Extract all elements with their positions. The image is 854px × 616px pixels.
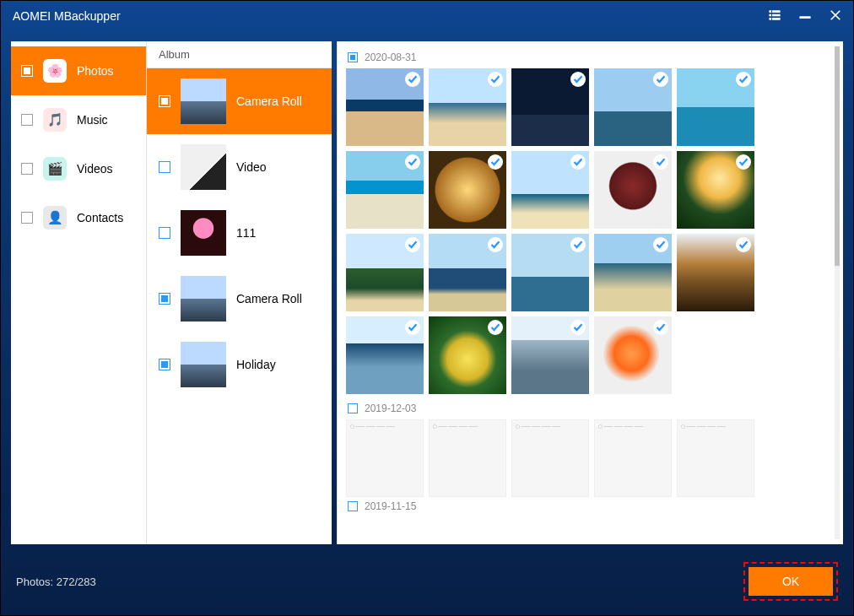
check-icon[interactable] [405,72,420,87]
check-icon[interactable] [653,72,668,87]
photo-thumbnail[interactable] [511,68,589,146]
sidebar-item-label: Photos [77,64,114,78]
photo-thumbnail[interactable] [346,68,424,146]
photo-thumbnail[interactable] [677,68,754,146]
album-item[interactable]: Holiday [147,332,332,397]
checkbox[interactable] [348,501,358,511]
sidebar-item-photos[interactable]: 🌸Photos [11,46,146,95]
album-thumbnail [181,342,226,387]
photo-thumbnail[interactable] [677,234,754,311]
photo-thumbnail[interactable] [346,234,424,311]
scrollbar[interactable] [835,46,840,539]
ok-button[interactable]: OK [749,567,833,596]
check-icon[interactable] [405,320,420,335]
album-header: Album [147,41,332,68]
check-icon[interactable] [570,72,586,87]
photo-thumbnail[interactable]: ▢ ─── ─── ─── ─── [429,419,506,497]
photo-thumbnail[interactable] [511,234,589,311]
check-icon[interactable] [570,320,586,335]
sidebar-item-label: Contacts [77,211,123,224]
photo-thumbnail[interactable]: ▢ ─── ─── ─── ─── [346,419,424,497]
sidebar-item-label: Music [77,113,108,127]
checkbox[interactable] [348,52,358,62]
photo-thumbnail[interactable] [429,151,506,229]
album-thumbnail [181,276,226,322]
selection-status: Photos: 272/283 [16,575,96,588]
album-label: Camera Roll [236,95,302,108]
album-item[interactable]: 111 [147,200,332,266]
check-icon[interactable] [570,154,586,170]
album-label: Camera Roll [236,292,302,305]
photo-thumbnail[interactable]: ▢ ─── ─── ─── ─── [511,419,589,497]
check-icon[interactable] [736,237,751,252]
titlebar[interactable]: AOMEI MBackupper [1,1,853,31]
date-group-header[interactable]: 2019-12-03 [348,403,835,414]
check-icon[interactable] [653,154,668,170]
date-label: 2019-12-03 [365,403,416,414]
photo-thumbnail[interactable] [594,316,672,394]
photo-thumbnail[interactable]: ▢ ─── ─── ─── ─── [594,419,672,497]
sidebar-item-music[interactable]: 🎵Music [11,95,146,144]
photo-thumbnail[interactable]: ▢ ─── ─── ─── ─── [677,419,754,497]
music-icon: 🎵 [43,108,67,132]
svg-rect-2 [770,14,771,16]
checkbox[interactable] [21,212,33,224]
list-view-icon[interactable] [769,9,781,24]
check-icon[interactable] [653,320,668,335]
check-icon[interactable] [405,154,420,170]
checkbox[interactable] [159,227,170,239]
ok-highlight: OK [743,562,838,601]
album-item[interactable]: Video [147,134,332,200]
photo-thumbnail[interactable] [346,316,424,394]
minimize-icon[interactable] [799,9,811,24]
photo-thumbnail[interactable] [594,151,672,229]
check-icon[interactable] [570,237,586,252]
album-label: Video [236,160,267,174]
svg-rect-4 [770,18,771,19]
check-icon[interactable] [488,237,503,252]
check-icon[interactable] [488,154,503,170]
svg-rect-0 [770,10,771,12]
photo-thumbnail[interactable] [677,151,754,229]
checkbox[interactable] [21,163,33,175]
date-group-header[interactable]: 2019-11-15 [348,500,835,512]
photo-thumbnail[interactable] [511,151,589,229]
photo-thumbnail[interactable] [594,68,672,146]
checkbox[interactable] [21,114,33,126]
photos-icon: 🌸 [43,59,67,83]
album-thumbnail [181,210,226,256]
checkbox[interactable] [159,95,170,107]
checkbox[interactable] [159,359,170,370]
sidebar-item-label: Videos [77,162,113,176]
svg-rect-6 [800,16,810,18]
scrollbar-thumb[interactable] [835,46,840,266]
checkbox[interactable] [21,65,33,77]
photo-thumbnail[interactable] [594,234,672,311]
checkbox[interactable] [159,161,170,173]
album-thumbnail [181,78,226,124]
checkbox[interactable] [348,403,358,413]
album-item[interactable]: Camera Roll [147,266,332,332]
check-icon[interactable] [736,154,751,170]
sidebar-item-videos[interactable]: 🎬Videos [11,144,146,193]
check-icon[interactable] [488,72,503,87]
photo-thumbnail[interactable] [429,68,506,146]
album-item[interactable]: Camera Roll [147,68,332,134]
check-icon[interactable] [653,237,668,252]
check-icon[interactable] [736,72,751,87]
date-group-header[interactable]: 2020-08-31 [348,51,835,63]
close-icon[interactable] [830,9,841,24]
checkbox[interactable] [159,293,170,305]
album-list: Album Camera RollVideo111Camera RollHoli… [146,41,332,544]
photo-thumbnail[interactable] [429,234,506,311]
photo-thumbnail[interactable] [346,151,424,229]
sidebar-item-contacts[interactable]: 👤Contacts [11,193,146,242]
check-icon[interactable] [488,320,503,335]
photo-thumbnail[interactable] [511,316,589,394]
photo-grid-panel[interactable]: 2020-08-312019-12-03▢ ─── ─── ─── ───▢ ─… [337,41,843,544]
check-icon[interactable] [405,237,420,252]
category-sidebar: 🌸Photos🎵Music🎬Videos👤Contacts [11,41,146,544]
contacts-icon: 👤 [43,206,67,230]
svg-rect-1 [772,10,780,12]
photo-thumbnail[interactable] [429,316,506,394]
